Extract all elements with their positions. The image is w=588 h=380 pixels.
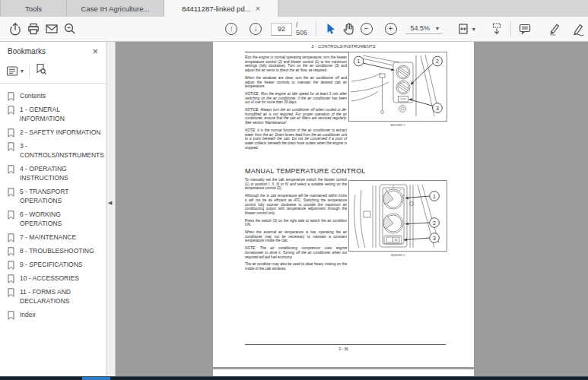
tab-tools[interactable]: Tools [0,0,67,17]
pdf-page: 3 - CONTROLS/INSTRUMENTS Run the engine … [213,42,474,367]
document-viewport[interactable]: 3 - CONTROLS/INSTRUMENTS Run the engine … [116,42,588,376]
figure-1-illustration: 1 2 3 [348,52,447,122]
options-list-icon [6,65,18,77]
next-page-button[interactable]: ↓ [246,21,265,37]
sidebar-collapse-handle[interactable]: ◀ [106,42,116,376]
section-heading: MANUAL TEMPERATURE CONTROL [245,167,366,175]
comment-bubble-icon [518,22,532,36]
tab-label: Case IH Agriculture... [81,5,150,13]
paragraph: To manually set the cab temperature swit… [245,178,347,191]
hand-tool-button[interactable] [339,21,358,37]
tab-label: Tools [25,5,42,13]
zoom-level-select[interactable]: 54.5% ▾ [405,24,442,34]
chevron-down-icon: ▾ [436,25,439,32]
bookmarks-toolbar: ▾ [0,61,106,81]
zoom-level-value: 54.5% [410,24,430,32]
bookmark-item-index[interactable]: Index [0,308,103,321]
bookmark-item-specifications[interactable]: 9 - SPECIFICATIONS [0,258,103,271]
running-header: 3 - CONTROLS/INSTRUMENTS [213,44,474,49]
bookmark-item-accessories[interactable]: 10 - ACCESSORIES [0,271,103,285]
sign-button[interactable] [570,21,588,37]
paragraph: When the external air temperature is low… [245,230,347,243]
bookmark-icon [8,106,14,115]
email-button[interactable] [43,21,61,37]
bookmark-item-troubleshooting[interactable]: 8 - TROUBLESHOOTING [0,244,103,258]
main-body: Bookmarks × ▾ [0,42,588,376]
share-button[interactable] [6,21,24,37]
bookmark-item-forms-and-declarations[interactable]: 11 - FORMS AND DECLARATIONS [0,285,103,308]
page-total-label: / 506 [296,21,311,36]
zoom-out-button[interactable]: − [358,21,376,37]
page-footer-number: 3 - 36 [213,347,474,351]
chevron-down-icon[interactable]: ▾ [472,26,475,33]
printer-icon [27,22,40,36]
hand-icon [342,22,355,36]
bookmark-icon [8,165,14,174]
bookmark-item-contents[interactable]: Contents [0,89,103,103]
bookmark-icon [8,188,14,197]
notice-paragraph: NOTICE: Always turn the air conditioner … [245,108,347,125]
close-icon[interactable]: × [92,48,98,55]
tab-close-icon[interactable]: × [256,5,260,12]
page-scrolling-button[interactable] [488,21,506,37]
footer-rule [245,344,446,345]
figure-2-illustration: 1 2 3 [348,180,447,252]
select-tool-button[interactable] [321,21,339,37]
bookmark-icon [8,211,14,220]
minus-icon: − [364,25,369,33]
share-up-icon [8,22,22,36]
figure-callout: 1 [358,59,361,64]
pdf-reader-window: Tools Case IH Agriculture... 84411287-li… [0,0,588,380]
magnifier-minus-icon [63,22,77,36]
page-number-input[interactable] [271,23,292,36]
figure-2-caption: 84H4283 1 [348,254,447,257]
bookmark-item-maintenance[interactable]: 7 - MAINTENANCE [0,230,103,244]
bookmarks-panel: Bookmarks × ▾ [0,42,106,376]
print-button[interactable] [24,21,43,37]
bookmark-icon [8,261,14,270]
bookmark-options-button[interactable]: ▾ [6,65,24,77]
bookmark-item-controls-instruments[interactable]: 3 - CONTROLS/INSTRUMENTS [0,139,103,162]
arrow-down-icon: ↓ [254,25,258,33]
bookmark-icon [8,311,14,320]
zoom-in-button[interactable]: + [382,21,400,37]
previous-page-button[interactable]: ↑ [222,21,240,37]
tab-case-ih-document[interactable]: Case IH Agriculture... [67,0,164,17]
bookmark-icon [8,142,14,151]
bookmark-item-operating-instructions[interactable]: 4 - OPERATING INSTRUCTIONS [0,162,103,185]
page-scrolling-icon [489,22,504,36]
bookmark-icon [8,288,14,297]
paragraph: When the windows are clear, turn the air… [245,76,347,89]
figure-1-caption: BRJ4983 1 [348,124,447,127]
figure-callout: 3 [436,106,439,111]
bookmark-item-working-operations[interactable]: 6 - WORKING OPERATIONS [0,207,103,230]
taskbar-active-app[interactable] [82,377,110,380]
notice-paragraph: NOTICE: Run the engine at idle speed for… [245,92,347,105]
os-taskbar [0,376,588,380]
highlight-button[interactable] [545,21,564,37]
tab-active-document[interactable]: 84411287-linked pd... × [164,0,278,17]
figure-callout: 2 [433,220,436,226]
figure-callout: 2 [436,59,439,64]
arrow-up-icon: ↑ [230,25,234,33]
plus-icon: + [389,25,393,33]
figure-callout: 3 [433,236,436,241]
fit-width-button[interactable] [454,21,472,37]
bookmark-icon [8,233,14,242]
comment-button[interactable] [516,21,534,37]
figure-callout: 1 [433,194,436,199]
cursor-arrow-icon [323,22,337,36]
tab-bar: Tools Case IH Agriculture... 84411287-li… [0,0,588,17]
highlighter-icon [548,22,561,36]
bookmark-item-general-information[interactable]: 1 - GENERAL INFORMATION [0,103,103,125]
bookmarks-header: Bookmarks × [0,42,106,61]
bookmarks-list: Contents 1 - GENERAL INFORMATION 2 - SAF… [0,84,106,321]
next-page-edge [213,369,474,376]
signature-pen-icon [571,22,586,36]
marquee-zoom-button[interactable] [61,21,79,37]
bookmark-item-transport-operations[interactable]: 5 - TRANSPORT OPERATIONS [0,185,103,207]
find-bookmark-button[interactable] [35,63,47,78]
fit-width-icon [456,22,471,36]
collapse-left-icon: ◀ [108,200,112,206]
bookmark-item-safety-information[interactable]: 2 - SAFETY INFORMATION [0,125,103,139]
